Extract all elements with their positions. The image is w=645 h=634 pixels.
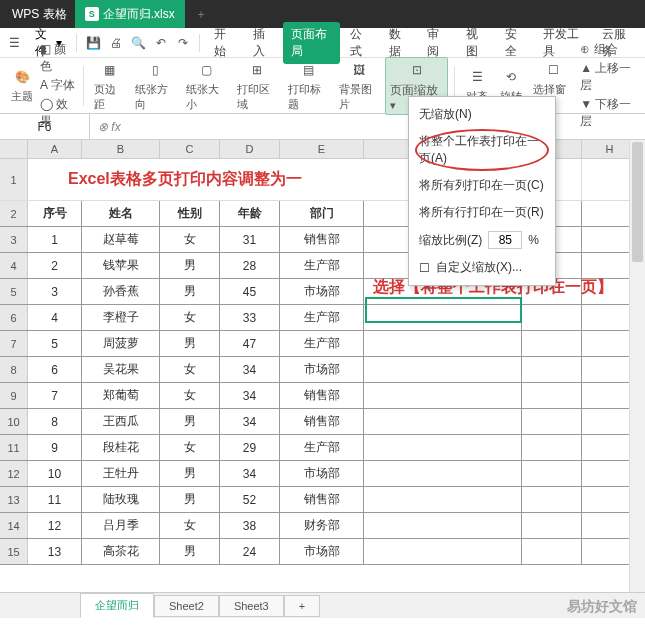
cell[interactable]: 赵草莓 (82, 227, 160, 252)
cell[interactable] (522, 435, 582, 460)
colors-button[interactable]: ◧ 颜色 (40, 41, 77, 75)
cell[interactable]: 11 (28, 487, 82, 512)
cell[interactable]: 部门 (280, 201, 364, 226)
cell[interactable] (364, 487, 522, 512)
cell[interactable]: 王西瓜 (82, 409, 160, 434)
add-sheet-button[interactable]: + (284, 595, 320, 617)
cell[interactable]: 销售部 (280, 383, 364, 408)
cell[interactable]: 45 (220, 279, 280, 304)
cell[interactable]: 生产部 (280, 253, 364, 278)
cell[interactable]: 王牡丹 (82, 461, 160, 486)
cell[interactable]: 性别 (160, 201, 220, 226)
cell[interactable]: 财务部 (280, 513, 364, 538)
pagesize-button[interactable]: ▢纸张大小 (182, 60, 231, 112)
cell[interactable]: 29 (220, 435, 280, 460)
cell[interactable]: 女 (160, 435, 220, 460)
menu-review[interactable]: 审阅 (419, 26, 456, 60)
col-header[interactable]: A (28, 140, 82, 158)
cell[interactable]: 男 (160, 461, 220, 486)
cell[interactable]: 女 (160, 357, 220, 382)
cell[interactable]: 钱苹果 (82, 253, 160, 278)
row-header[interactable]: 2 (0, 201, 28, 226)
cell[interactable]: 2 (28, 253, 82, 278)
document-tab[interactable]: S 企望而归.xlsx (75, 0, 185, 28)
cell[interactable]: 市场部 (280, 539, 364, 564)
row-header[interactable]: 15 (0, 539, 28, 564)
cell[interactable]: 28 (220, 253, 280, 278)
printtitles-button[interactable]: ▤打印标题 (284, 60, 333, 112)
menu-insert[interactable]: 插入 (245, 26, 282, 60)
cell[interactable]: 33 (220, 305, 280, 330)
ratio-input[interactable] (488, 231, 522, 249)
cell[interactable] (522, 487, 582, 512)
cell[interactable] (522, 513, 582, 538)
combine-button[interactable]: ⊕ 组合 (580, 41, 639, 58)
row-header[interactable]: 6 (0, 305, 28, 330)
cell[interactable]: 女 (160, 513, 220, 538)
backward-button[interactable]: ▼ 下移一层 (580, 96, 639, 130)
menu-view[interactable]: 视图 (458, 26, 495, 60)
bgimage-button[interactable]: 🖼背景图片 (335, 60, 384, 112)
row-header[interactable]: 11 (0, 435, 28, 460)
undo-icon[interactable]: ↶ (150, 31, 171, 55)
menu-security[interactable]: 安全 (497, 26, 534, 60)
menu-pagelayout[interactable]: 页面布局 (283, 22, 340, 64)
cell[interactable]: 男 (160, 409, 220, 434)
cell[interactable]: 孙香蕉 (82, 279, 160, 304)
cell[interactable] (364, 461, 522, 486)
print-icon[interactable]: 🖨 (105, 31, 126, 55)
sheet-tab[interactable]: 企望而归 (80, 593, 154, 618)
cell[interactable] (522, 357, 582, 382)
cell[interactable]: 男 (160, 539, 220, 564)
cell[interactable]: 生产部 (280, 305, 364, 330)
cell[interactable]: 市场部 (280, 461, 364, 486)
col-header[interactable]: D (220, 140, 280, 158)
dd-fit-sheet[interactable]: 将整个工作表打印在一页(A) (409, 128, 555, 172)
cell[interactable] (364, 539, 522, 564)
cell[interactable]: 周菠萝 (82, 331, 160, 356)
cell[interactable]: 姓名 (82, 201, 160, 226)
select-all-corner[interactable] (0, 140, 28, 158)
fx-icon[interactable]: ⊗ fx (90, 120, 129, 134)
cell[interactable]: 郑葡萄 (82, 383, 160, 408)
cell[interactable]: 女 (160, 383, 220, 408)
cell[interactable]: 12 (28, 513, 82, 538)
fonts-button[interactable]: A 字体 (40, 77, 77, 94)
cell[interactable]: 序号 (28, 201, 82, 226)
cell[interactable]: 7 (28, 383, 82, 408)
cell[interactable] (364, 383, 522, 408)
save-icon[interactable]: 💾 (83, 31, 104, 55)
margins-button[interactable]: ▦页边距 (90, 60, 129, 112)
cell[interactable] (364, 357, 522, 382)
dd-no-scale[interactable]: 无缩放(N) (409, 101, 555, 128)
cell[interactable]: 段桂花 (82, 435, 160, 460)
cell[interactable]: 1 (28, 227, 82, 252)
cell[interactable] (522, 305, 582, 330)
cell[interactable]: 市场部 (280, 279, 364, 304)
cell[interactable]: 男 (160, 487, 220, 512)
scrollbar-thumb[interactable] (632, 142, 643, 262)
row-header[interactable]: 5 (0, 279, 28, 304)
sheet-tab[interactable]: Sheet2 (154, 595, 219, 617)
cell[interactable]: 6 (28, 357, 82, 382)
add-tab-button[interactable]: ＋ (185, 6, 217, 23)
orientation-button[interactable]: ▯纸张方向 (131, 60, 180, 112)
row-header[interactable]: 7 (0, 331, 28, 356)
col-header[interactable]: C (160, 140, 220, 158)
cell[interactable]: 34 (220, 461, 280, 486)
printarea-button[interactable]: ⊞打印区域 (233, 60, 282, 112)
menu-start[interactable]: 开始 (206, 26, 243, 60)
vertical-scrollbar[interactable] (629, 140, 645, 592)
cell[interactable]: 34 (220, 409, 280, 434)
row-header[interactable]: 12 (0, 461, 28, 486)
cell[interactable]: 13 (28, 539, 82, 564)
cell[interactable] (522, 383, 582, 408)
cell[interactable]: 4 (28, 305, 82, 330)
row-header[interactable]: 13 (0, 487, 28, 512)
cell[interactable]: 陆玫瑰 (82, 487, 160, 512)
row-header[interactable]: 10 (0, 409, 28, 434)
cell[interactable] (522, 331, 582, 356)
cell[interactable] (522, 461, 582, 486)
col-header[interactable]: B (82, 140, 160, 158)
cell[interactable]: 10 (28, 461, 82, 486)
